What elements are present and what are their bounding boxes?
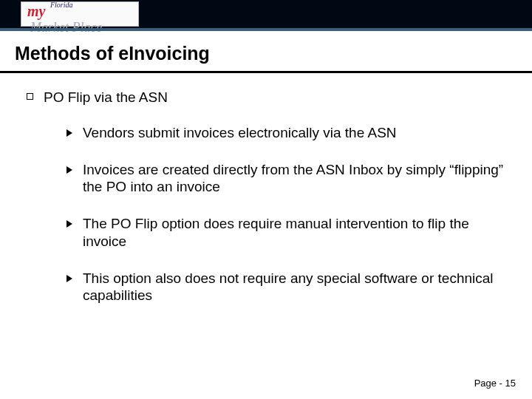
- lvl2-text: This option also does not require any sp…: [83, 270, 505, 305]
- triangle-bullet-icon: [66, 275, 72, 282]
- header-underline: [0, 28, 532, 31]
- lvl2-text: Invoices are created directly from the A…: [83, 161, 505, 197]
- sub-list: Vendors submit invoices electronically v…: [27, 124, 505, 304]
- lvl2-text: Vendors submit invoices electronically v…: [83, 124, 505, 142]
- triangle-bullet-icon: [66, 220, 72, 228]
- lvl1-text: PO Flip via the ASN: [44, 89, 168, 106]
- list-item: This option also does not require any sp…: [66, 270, 505, 305]
- square-bullet-icon: [27, 93, 33, 100]
- page-number: Page - 15: [474, 378, 516, 389]
- logo-florida: Florida: [50, 1, 73, 9]
- list-item: PO Flip via the ASN: [27, 89, 505, 106]
- list-item: Vendors submit invoices electronically v…: [66, 124, 505, 142]
- triangle-bullet-icon: [66, 129, 72, 137]
- logo-my: my: [27, 3, 45, 20]
- list-item: Invoices are created directly from the A…: [66, 161, 505, 197]
- slide-title: Methods of eInvoicing: [15, 43, 210, 64]
- list-item: The PO Flip option does require manual i…: [66, 215, 505, 250]
- lvl2-text: The PO Flip option does require manual i…: [83, 215, 505, 250]
- slide-body: PO Flip via the ASN Vendors submit invoi…: [27, 89, 505, 324]
- title-rule: [0, 71, 532, 73]
- triangle-bullet-icon: [66, 166, 72, 174]
- slide: my Florida Market Place Methods of eInvo…: [0, 0, 532, 399]
- logo: my Florida Market Place: [21, 1, 139, 27]
